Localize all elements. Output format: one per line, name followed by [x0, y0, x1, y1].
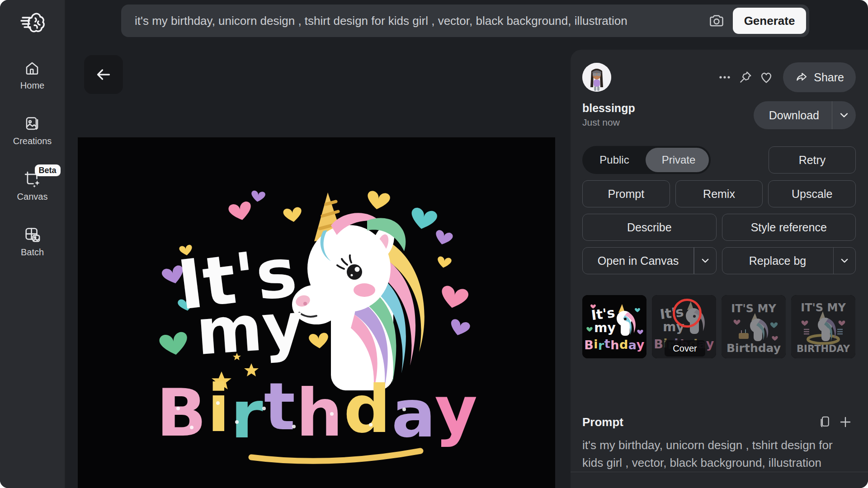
sidebar-item-home[interactable]: Home — [20, 60, 44, 91]
svg-text:IT'S MY: IT'S MY — [801, 301, 846, 314]
sidebar-item-batch[interactable]: Batch — [21, 226, 44, 258]
cover-badge: Cover — [665, 340, 705, 357]
add-icon[interactable] — [835, 412, 856, 432]
prompt-button[interactable]: Prompt — [582, 180, 670, 207]
beta-badge: Beta — [35, 164, 61, 176]
actions-row-3: Open in Canvas Replace bg — [582, 247, 856, 274]
cover-selection-ring — [673, 299, 702, 328]
replace-bg-chevron[interactable] — [834, 248, 855, 274]
thumbnail-variant-4[interactable]: IT'S MY BIRTHDAY — [791, 295, 855, 358]
app-window: Home Creations Beta — [0, 0, 868, 488]
chevron-down-icon — [840, 256, 849, 265]
prompt-section-title: Prompt — [582, 415, 623, 429]
panel-divider — [571, 472, 868, 472]
app-logo-brain-icon[interactable] — [20, 10, 45, 35]
share-icon — [795, 70, 808, 84]
generated-image: It's my Birthday — [78, 137, 555, 488]
pin-icon[interactable] — [735, 67, 756, 88]
art-text-line2: my — [194, 288, 306, 369]
visibility-private[interactable]: Private — [646, 146, 711, 174]
svg-text:my: my — [594, 320, 615, 335]
download-options-chevron[interactable] — [832, 101, 856, 129]
variant-thumbnails: It's my Birthday — [582, 295, 856, 358]
home-icon — [24, 60, 41, 77]
thumbnail-variant-1[interactable]: It's my Birthday — [582, 295, 646, 358]
chevron-down-icon — [839, 110, 849, 120]
back-button[interactable] — [84, 55, 123, 94]
svg-text:IT'S MY: IT'S MY — [731, 302, 776, 315]
prompt-section-header: Prompt — [582, 415, 856, 429]
replace-bg-button[interactable]: Replace bg — [722, 247, 856, 274]
share-button[interactable]: Share — [783, 62, 856, 92]
batch-icon — [24, 226, 41, 244]
more-options-icon[interactable] — [714, 67, 735, 88]
visibility-toggle[interactable]: Public Private — [582, 146, 711, 174]
upscale-button[interactable]: Upscale — [768, 180, 856, 207]
svg-text:BIRTHDAY: BIRTHDAY — [797, 343, 850, 354]
sidebar-item-label: Canvas — [17, 192, 48, 202]
thumbnail-variant-2-cover[interactable]: It's my Birthday Cover — [652, 295, 716, 358]
actions-row-1: Prompt Remix Upscale — [582, 180, 856, 207]
retry-button[interactable]: Retry — [769, 146, 856, 174]
sidebar-item-canvas[interactable]: Beta Canvas — [17, 171, 48, 202]
detail-panel: Share blessingp Just now Download Public… — [571, 50, 868, 488]
creations-icon — [24, 115, 41, 132]
visibility-public[interactable]: Public — [582, 146, 646, 174]
visibility-row: Public Private Retry — [582, 146, 856, 174]
panel-header: Share — [582, 61, 856, 93]
sidebar-item-label: Home — [20, 80, 44, 91]
like-heart-icon[interactable] — [756, 67, 777, 88]
prompt-input[interactable] — [134, 14, 706, 28]
canvas-icon: Beta — [24, 171, 41, 188]
share-label: Share — [814, 71, 844, 84]
art-text-birthday: Birthday — [156, 368, 478, 453]
copy-icon[interactable] — [814, 412, 835, 432]
download-button[interactable]: Download — [754, 101, 856, 129]
arrow-left-icon — [94, 66, 113, 84]
sidebar: Home Creations Beta — [0, 0, 65, 488]
avatar[interactable] — [582, 63, 611, 92]
sidebar-item-creations[interactable]: Creations — [13, 115, 52, 146]
svg-text:Birthday: Birthday — [584, 337, 645, 352]
describe-button[interactable]: Describe — [582, 214, 717, 241]
open-in-canvas-chevron[interactable] — [694, 248, 716, 274]
generate-button[interactable]: Generate — [733, 8, 806, 34]
remix-button[interactable]: Remix — [675, 180, 763, 207]
style-reference-button[interactable]: Style reference — [722, 214, 856, 241]
sidebar-item-label: Batch — [21, 247, 44, 258]
timestamp: Just now — [582, 117, 635, 128]
prompt-text: it's my birthday, unicorn design , tshir… — [582, 436, 856, 472]
download-label: Download — [754, 109, 832, 122]
open-in-canvas-button[interactable]: Open in Canvas — [582, 247, 717, 274]
thumbnail-variant-3[interactable]: IT'S MY Birthday — [722, 295, 786, 358]
camera-icon[interactable] — [706, 10, 727, 32]
prompt-bar: Generate — [121, 5, 809, 37]
chevron-down-icon — [701, 256, 710, 265]
user-row: blessingp Just now Download — [582, 101, 856, 129]
username: blessingp — [582, 101, 635, 115]
sidebar-item-label: Creations — [13, 136, 52, 146]
svg-text:Birthday: Birthday — [726, 342, 781, 355]
actions-row-2: Describe Style reference — [582, 214, 856, 241]
